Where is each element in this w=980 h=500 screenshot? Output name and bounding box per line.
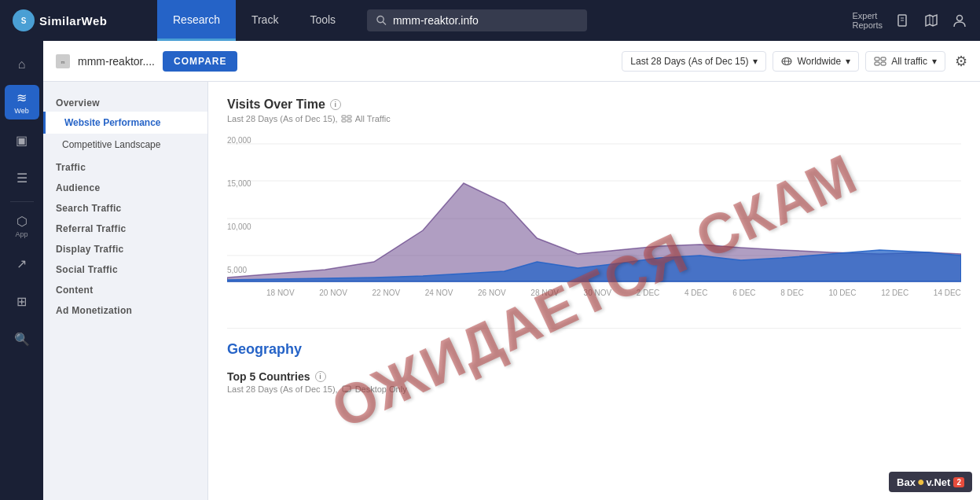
visits-chart: 20,000 15,000 10,000 5,000 xyxy=(227,136,961,309)
sidebar-divider xyxy=(10,201,34,202)
desktop-icon: ▣ xyxy=(16,133,28,148)
chart-subtitle: Last 28 Days (As of Dec 15), All Traffic xyxy=(227,114,961,123)
nav-tab-tools[interactable]: Tools xyxy=(294,0,351,41)
nav-group-search[interactable]: Search Traffic xyxy=(43,197,207,217)
nav-tabs: Research Track Tools xyxy=(157,0,351,41)
date-range-label: Last 28 Days (As of Dec 15) xyxy=(630,56,748,67)
nav-section-display: Display Traffic xyxy=(43,237,207,258)
nav-section-audience: Audience xyxy=(43,176,207,197)
user-icon[interactable] xyxy=(952,13,967,28)
x-6dec: 6 DEC xyxy=(732,289,755,297)
x-12dec: 12 DEC xyxy=(881,289,908,297)
globe-icon xyxy=(781,57,792,65)
date-range-filter[interactable]: Last 28 Days (As of Dec 15) ▾ xyxy=(622,51,766,72)
traffic-dropdown-arrow: ▾ xyxy=(932,56,937,67)
logo-text: SimilarWeb xyxy=(39,14,107,28)
top5-title: Top 5 Countries i xyxy=(227,370,961,383)
traffic-type-label: All traffic xyxy=(891,56,927,67)
sidebar-table[interactable]: ☰ xyxy=(5,160,39,195)
sidebar-desktop[interactable]: ▣ xyxy=(5,123,39,157)
nav-section-traffic: Traffic xyxy=(43,156,207,176)
y-label-10k: 10,000 xyxy=(227,222,260,231)
nav-group-content[interactable]: Content xyxy=(43,278,207,299)
expert-reports-label[interactable]: ExpertReports xyxy=(852,11,883,30)
document-icon[interactable] xyxy=(895,13,911,28)
x-28nov: 28 NOV xyxy=(530,289,559,297)
nav-group-audience[interactable]: Audience xyxy=(43,176,207,197)
search-bar[interactable] xyxy=(367,9,587,31)
sidebar-web[interactable]: ≋ Web xyxy=(5,85,39,119)
nav-section-search: Search Traffic xyxy=(43,197,207,217)
svg-rect-20 xyxy=(342,116,346,118)
y-label-20k: 20,000 xyxy=(227,136,260,145)
chart-svg xyxy=(227,136,961,285)
svg-rect-31 xyxy=(343,386,351,392)
site-name: mmm-reaktor.... xyxy=(78,55,155,68)
top5-section: Top 5 Countries i Last 28 Days (As of De… xyxy=(227,370,961,394)
chart-xaxis: 18 NOV 20 NOV 22 NOV 24 NOV 26 NOV 28 NO… xyxy=(227,285,961,297)
svg-rect-23 xyxy=(347,119,351,122)
sidebar-app[interactable]: ⬡ App xyxy=(5,208,39,243)
icon-sidebar: ⌂ ≋ Web ▣ ☰ ⬡ App ↗ ⊞ 🔍 xyxy=(0,41,43,500)
svg-point-10 xyxy=(957,16,963,21)
settings-icon[interactable]: ⚙ xyxy=(955,53,967,70)
compare-button[interactable]: COMPARE xyxy=(163,51,237,72)
geography-section: Geography Top 5 Countries i Last 28 Days… xyxy=(227,328,961,394)
chart-inner: 20,000 15,000 10,000 5,000 xyxy=(227,136,961,285)
sidebar-package[interactable]: ⊞ xyxy=(5,284,39,318)
app-icon: ⬡ xyxy=(17,214,28,229)
baxov-dot: ● xyxy=(917,475,925,489)
desktop-only-icon xyxy=(341,385,352,393)
nav-group-social[interactable]: Social Traffic xyxy=(43,258,207,278)
nav-item-competitive-landscape[interactable]: Competitive Landscape xyxy=(43,134,207,156)
traffic-icon xyxy=(874,57,886,66)
chart-yaxis: 20,000 15,000 10,000 5,000 xyxy=(227,136,266,309)
nav-section-referral: Referral Traffic xyxy=(43,217,207,237)
svg-rect-19 xyxy=(881,62,886,65)
svg-point-2 xyxy=(377,16,384,22)
map-icon[interactable] xyxy=(923,13,939,28)
region-filter[interactable]: Worldwide ▾ xyxy=(773,51,859,72)
svg-rect-22 xyxy=(342,119,346,122)
svg-line-3 xyxy=(383,22,386,25)
sidebar-chart[interactable]: ↗ xyxy=(5,246,39,281)
site-favicon: m xyxy=(56,54,70,68)
search-icon xyxy=(376,15,387,26)
search-input[interactable] xyxy=(393,14,578,27)
nav-group-traffic[interactable]: Traffic xyxy=(43,156,207,176)
region-dropdown-arrow: ▾ xyxy=(846,56,850,67)
nav-section-content: Content xyxy=(43,278,207,299)
nav-tab-track[interactable]: Track xyxy=(236,0,294,41)
package-icon: ⊞ xyxy=(17,294,27,309)
app-label: App xyxy=(15,230,28,238)
table-icon: ☰ xyxy=(17,171,28,186)
y-label-15k: 15,000 xyxy=(227,179,260,188)
chart-title: Visits Over Time i xyxy=(227,97,961,112)
chart-icon: ↗ xyxy=(17,256,27,271)
nav-group-ad[interactable]: Ad Monetization xyxy=(43,299,207,319)
svg-text:S: S xyxy=(21,17,27,25)
sidebar-home[interactable]: ⌂ xyxy=(5,47,39,82)
main-content: ОЖИДАЕТСЯ СКАМ Visits Over Time i Last 2… xyxy=(208,82,980,500)
nav-item-website-performance[interactable]: Website Performance xyxy=(43,112,207,134)
nav-group-display[interactable]: Display Traffic xyxy=(43,237,207,258)
search-sidebar-icon: 🔍 xyxy=(14,332,30,347)
svg-marker-7 xyxy=(926,15,937,26)
main-panel: m mmm-reaktor.... COMPARE Last 28 Days (… xyxy=(43,41,980,500)
geography-title: Geography xyxy=(227,341,961,358)
date-dropdown-arrow: ▾ xyxy=(753,56,758,67)
top5-subtitle: Last 28 Days (As of Dec 15), Desktop Onl… xyxy=(227,384,961,394)
side-nav-content: Overview Website Performance Competitive… xyxy=(43,82,980,500)
nav-group-referral[interactable]: Referral Traffic xyxy=(43,217,207,237)
top5-info-icon[interactable]: i xyxy=(315,371,326,382)
traffic-type-filter[interactable]: All traffic ▾ xyxy=(865,51,945,72)
svg-text:m: m xyxy=(61,60,65,64)
x-20nov: 20 NOV xyxy=(319,289,347,297)
y-label-5k: 5,000 xyxy=(227,266,260,274)
svg-rect-17 xyxy=(881,57,886,61)
chart-info-icon[interactable]: i xyxy=(330,99,341,110)
nav-tab-research[interactable]: Research xyxy=(157,0,236,41)
sidebar-search[interactable]: 🔍 xyxy=(5,322,39,356)
nav-right: ExpertReports xyxy=(852,11,967,30)
baxov-text: Bax xyxy=(897,476,916,488)
